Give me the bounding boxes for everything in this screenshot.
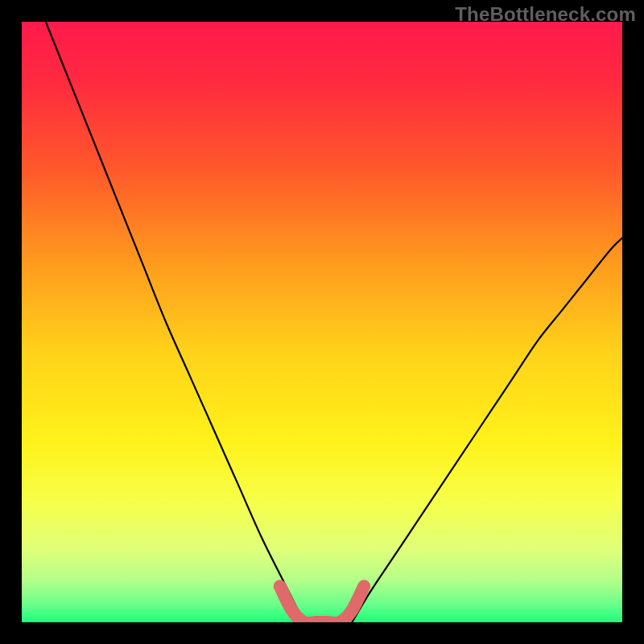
chart-plot-area xyxy=(22,22,622,622)
chart-frame: TheBottleneck.com xyxy=(0,0,644,644)
chart-svg xyxy=(22,22,622,622)
gradient-background xyxy=(22,22,622,622)
watermark-text: TheBottleneck.com xyxy=(455,3,636,26)
